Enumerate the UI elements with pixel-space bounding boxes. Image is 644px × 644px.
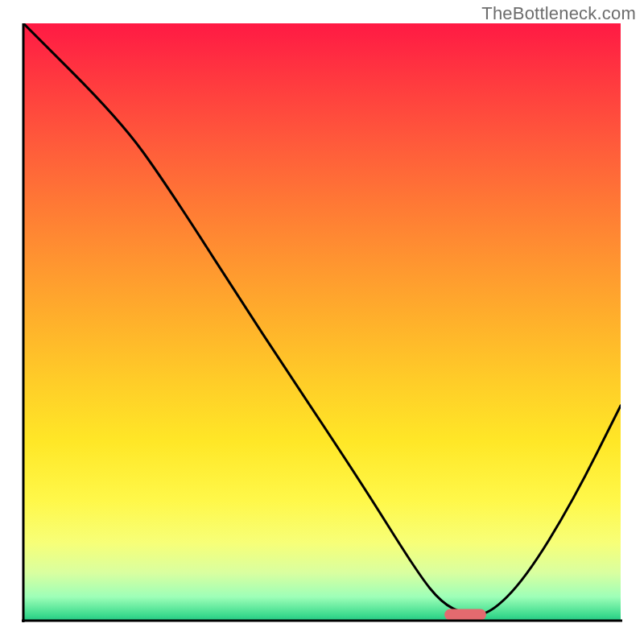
chart-overlay bbox=[23, 23, 621, 621]
chart-container: TheBottleneck.com bbox=[0, 0, 644, 644]
bottleneck-curve bbox=[23, 23, 621, 615]
plot-area bbox=[23, 23, 621, 621]
watermark-label: TheBottleneck.com bbox=[481, 3, 636, 24]
optimal-marker bbox=[444, 609, 486, 621]
